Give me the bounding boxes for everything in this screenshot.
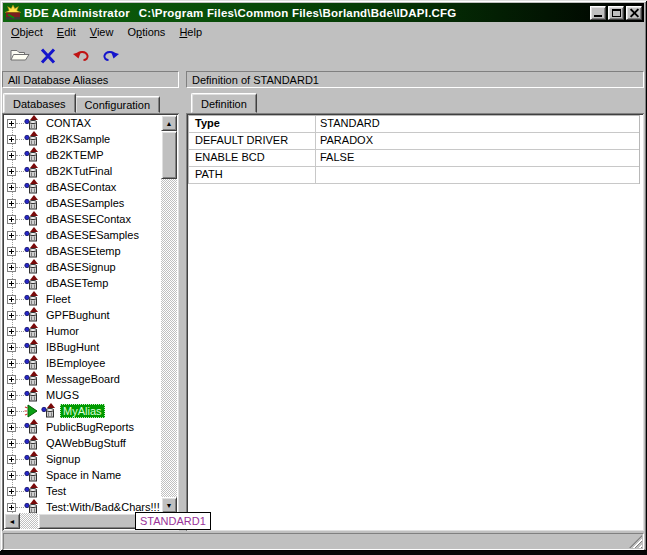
tree-item[interactable]: MessageBoard xyxy=(4,371,161,387)
expand-toggle[interactable] xyxy=(7,439,16,448)
tree-item[interactable]: MyAlias xyxy=(4,403,161,419)
apply-button[interactable] xyxy=(96,44,124,68)
tree-item[interactable]: PublicBugReports xyxy=(4,419,161,435)
tree-item[interactable]: MUGS xyxy=(4,387,161,403)
expand-toggle[interactable] xyxy=(7,295,16,304)
tree-item[interactable]: IBBugHunt xyxy=(4,339,161,355)
menu-item-help[interactable]: Help xyxy=(173,24,210,41)
expand-toggle[interactable] xyxy=(7,199,16,208)
tree-item[interactable]: QAWebBugStuff xyxy=(4,435,161,451)
menu-item-view[interactable]: View xyxy=(84,24,122,41)
database-icon xyxy=(24,227,40,243)
expand-toggle[interactable] xyxy=(7,263,16,272)
tree-item[interactable]: Test:With/Bad&Chars!!! xyxy=(4,499,161,513)
tree-connector xyxy=(16,491,24,492)
scroll-down-button[interactable]: ▼ xyxy=(161,497,177,513)
tree-item[interactable]: dBASESignup xyxy=(4,259,161,275)
definition-field-name: PATH xyxy=(189,167,316,183)
database-icon xyxy=(24,483,40,499)
close-icon xyxy=(630,8,639,17)
tree-connector xyxy=(16,251,24,252)
tree-item[interactable]: Test xyxy=(4,483,161,499)
expand-toggle[interactable] xyxy=(7,247,16,256)
desktop-edge xyxy=(0,551,647,555)
close-button[interactable] xyxy=(626,6,642,20)
expand-toggle[interactable] xyxy=(7,359,16,368)
tree-item[interactable]: Fleet xyxy=(4,291,161,307)
vertical-scroll-thumb[interactable] xyxy=(161,131,177,179)
definition-field-name: ENABLE BCD xyxy=(189,150,316,166)
tree-connector xyxy=(16,283,24,284)
redo-arrow-icon xyxy=(100,48,120,64)
expand-toggle[interactable] xyxy=(7,471,16,480)
tree-item[interactable]: dBASESEContax xyxy=(4,211,161,227)
scroll-up-button[interactable]: ▲ xyxy=(161,115,177,131)
tree-connector xyxy=(16,171,24,172)
tree-item[interactable]: IBEmployee xyxy=(4,355,161,371)
rollback-button[interactable] xyxy=(68,44,96,68)
tree-connector xyxy=(16,395,24,396)
definition-field-value[interactable] xyxy=(316,167,639,183)
tree-item[interactable]: dBASESEtemp xyxy=(4,243,161,259)
expand-toggle[interactable] xyxy=(7,503,16,512)
horizontal-scroll-thumb[interactable] xyxy=(38,513,140,529)
definition-field-value[interactable]: STANDARD xyxy=(316,116,639,132)
tab-configuration[interactable]: Configuration xyxy=(75,96,160,113)
expand-toggle[interactable] xyxy=(7,407,16,416)
expand-toggle[interactable] xyxy=(7,423,16,432)
tree-item[interactable]: dBASESamples xyxy=(4,195,161,211)
tab-databases[interactable]: Databases xyxy=(3,93,76,113)
expand-toggle[interactable] xyxy=(7,119,16,128)
menu-item-options[interactable]: Options xyxy=(121,24,173,41)
tree-item[interactable]: Signup xyxy=(4,451,161,467)
expand-toggle[interactable] xyxy=(7,231,16,240)
tree-item[interactable]: dB2KTutFinal xyxy=(4,163,161,179)
tree-item[interactable]: Space in Name xyxy=(4,467,161,483)
tree-item[interactable]: GPFBughunt xyxy=(4,307,161,323)
tree-item[interactable]: CONTAX xyxy=(4,115,161,131)
database-icon xyxy=(24,211,40,227)
tree-item[interactable]: dBASEContax xyxy=(4,179,161,195)
expand-toggle[interactable] xyxy=(7,391,16,400)
expand-toggle[interactable] xyxy=(7,151,16,160)
database-icon xyxy=(24,307,40,323)
tree-item[interactable]: dB2KSample xyxy=(4,131,161,147)
expand-toggle[interactable] xyxy=(7,455,16,464)
resize-grip[interactable] xyxy=(629,535,642,548)
expand-toggle[interactable] xyxy=(7,183,16,192)
tree-item[interactable]: Humor xyxy=(4,323,161,339)
status-bar xyxy=(3,533,644,550)
scroll-left-button[interactable]: ◄ xyxy=(4,513,20,529)
expand-toggle[interactable] xyxy=(7,311,16,320)
definition-field-value[interactable]: FALSE xyxy=(316,150,639,166)
tree-item-label: dB2KTutFinal xyxy=(43,164,115,178)
vertical-scrollbar[interactable]: ▲ ▼ xyxy=(161,115,177,513)
tab-definition[interactable]: Definition xyxy=(191,93,257,113)
tree-item[interactable]: dBASETemp xyxy=(4,275,161,291)
tree-connector xyxy=(16,187,24,188)
menu-item-edit[interactable]: Edit xyxy=(51,24,84,41)
expand-toggle[interactable] xyxy=(7,343,16,352)
expand-toggle[interactable] xyxy=(7,487,16,496)
expand-toggle[interactable] xyxy=(7,279,16,288)
expand-toggle[interactable] xyxy=(7,167,16,176)
expand-toggle[interactable] xyxy=(7,327,16,336)
tree-item[interactable]: dBASESESamples xyxy=(4,227,161,243)
open-configuration-button[interactable] xyxy=(6,44,34,68)
database-icon xyxy=(24,147,40,163)
tree-connector xyxy=(16,123,24,124)
delete-button[interactable] xyxy=(34,44,62,68)
open-folder-icon xyxy=(9,47,31,64)
expand-toggle[interactable] xyxy=(7,215,16,224)
alias-tree-panel: CONTAX dB2KSample dB2KTEMP dB2KTutFinal … xyxy=(2,113,179,531)
tree-connector xyxy=(16,235,24,236)
definition-field-value[interactable]: PARADOX xyxy=(316,133,639,149)
expand-toggle[interactable] xyxy=(7,375,16,384)
minimize-button[interactable] xyxy=(590,6,606,20)
maximize-button[interactable] xyxy=(608,6,624,20)
menu-item-object[interactable]: Object xyxy=(5,24,51,41)
tree-connector xyxy=(16,139,24,140)
tree-item[interactable]: dB2KTEMP xyxy=(4,147,161,163)
expand-toggle[interactable] xyxy=(7,135,16,144)
tree-item-label: dBASESignup xyxy=(43,260,119,274)
